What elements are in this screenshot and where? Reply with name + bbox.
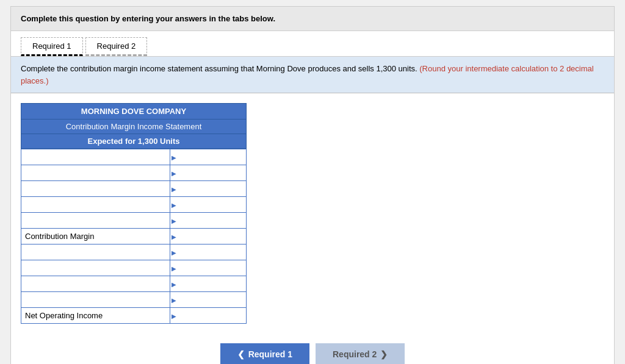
table-row: ▶ (21, 292, 247, 308)
arrow-left-icon (237, 349, 245, 359)
row-value-cell: ▶ (170, 149, 247, 165)
table-wrapper: MORNING DOVE COMPANY Contribution Margin… (21, 103, 247, 324)
arrow-icon: ▶ (172, 296, 176, 303)
row-value-cell: ▶ (170, 197, 247, 213)
row-label (21, 244, 170, 260)
row-label (21, 260, 170, 276)
main-container: Complete this question by entering your … (10, 6, 615, 364)
instruction-text: Complete this question by entering your … (21, 14, 604, 23)
row-label (21, 181, 170, 197)
row-value-cell: ▶ (170, 244, 247, 260)
table-row: ▶ (21, 165, 247, 181)
arrow-icon: ▶ (172, 185, 176, 192)
row-value-cell: ▶ (170, 260, 247, 276)
net-operating-income-input[interactable] (170, 310, 246, 321)
row-label (21, 149, 170, 165)
table-row: ▶ (21, 276, 247, 292)
net-operating-income-label: Net Operating Income (21, 308, 170, 324)
table-row: ▶ (21, 213, 247, 229)
row-input[interactable] (170, 183, 246, 194)
contribution-margin-input[interactable] (170, 230, 246, 242)
row-input[interactable] (170, 151, 246, 163)
tab-required1[interactable]: Required 1 (21, 37, 83, 56)
row-label (21, 276, 170, 292)
row-input[interactable] (170, 199, 246, 210)
btn-required1[interactable]: Required 1 (220, 343, 309, 364)
description-main: Complete the contribution margin income … (21, 64, 417, 73)
row-value-cell: ▶ (170, 308, 247, 324)
arrow-icon: ▶ (172, 265, 176, 271)
content-area: MORNING DOVE COMPANY Contribution Margin… (11, 93, 614, 334)
table-row: ▶ (21, 260, 247, 276)
statement-title: Contribution Margin Income Statement (21, 120, 247, 134)
table-row: ▶ (21, 197, 247, 213)
arrow-icon: ▶ (172, 201, 176, 208)
btn-required2[interactable]: Required 2 (316, 343, 405, 364)
row-value-cell: ▶ (170, 276, 247, 292)
row-value-cell: ▶ (170, 181, 247, 197)
arrow-icon: ▶ (172, 233, 176, 240)
tabs-row: Required 1 Required 2 (11, 31, 614, 57)
tab-required2[interactable]: Required 2 (85, 37, 148, 56)
row-value-cell: ▶ (170, 292, 247, 308)
net-operating-income-row: Net Operating Income ▶ (21, 308, 247, 324)
description-bar: Complete the contribution margin income … (11, 57, 614, 93)
row-label (21, 197, 170, 213)
row-input[interactable] (170, 215, 246, 226)
row-value-cell: ▶ (170, 165, 247, 181)
row-label (21, 213, 170, 229)
arrow-icon: ▶ (172, 280, 176, 287)
row-input[interactable] (170, 262, 246, 274)
arrow-icon: ▶ (172, 249, 176, 255)
row-value-cell: ▶ (170, 213, 247, 229)
instruction-bar: Complete this question by entering your … (11, 7, 614, 31)
table-row: ▶ (21, 244, 247, 260)
arrow-right-icon (380, 349, 388, 359)
arrow-icon: ▶ (172, 312, 176, 319)
row-input[interactable] (170, 278, 246, 290)
row-label (21, 165, 170, 181)
row-label (21, 292, 170, 308)
contribution-margin-row: Contribution Margin ▶ (21, 229, 247, 244)
bottom-nav: Required 1 Required 2 (11, 334, 614, 364)
arrow-icon: ▶ (172, 170, 176, 176)
table-row: ▶ (21, 181, 247, 197)
row-input[interactable] (170, 294, 246, 305)
row-input[interactable] (170, 167, 246, 179)
row-value-cell: ▶ (170, 229, 247, 244)
contribution-margin-label: Contribution Margin (21, 229, 170, 244)
table-row: ▶ (21, 149, 247, 165)
row-input[interactable] (170, 246, 246, 258)
income-table: ▶ ▶ (21, 149, 247, 324)
arrow-icon: ▶ (172, 217, 176, 224)
arrow-icon: ▶ (172, 154, 176, 160)
company-name: MORNING DOVE COMPANY (21, 103, 247, 120)
period: Expected for 1,300 Units (21, 134, 247, 149)
